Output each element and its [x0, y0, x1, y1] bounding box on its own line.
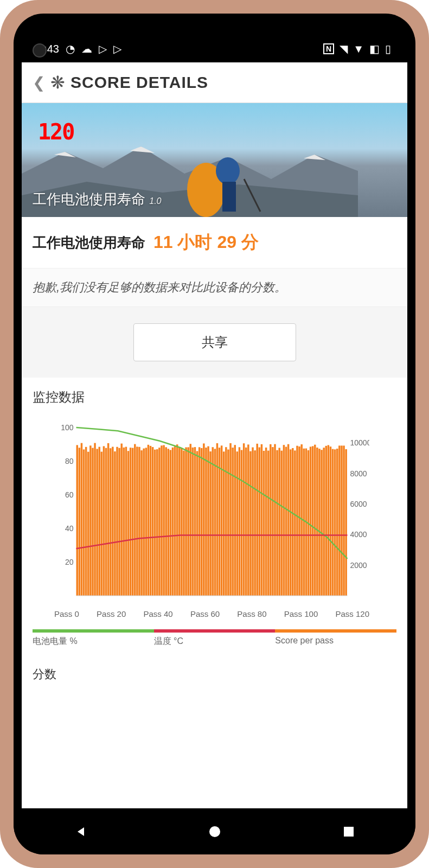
- result-label: 工作电池使用寿命: [33, 233, 145, 252]
- svg-rect-135: [334, 449, 336, 596]
- svg-rect-95: [245, 448, 247, 596]
- svg-rect-22: [83, 449, 85, 596]
- legend-item: 温度 °C: [154, 629, 276, 647]
- svg-rect-7: [222, 182, 236, 212]
- app-logo-icon: ❋: [50, 72, 65, 93]
- svg-text:60: 60: [65, 490, 74, 499]
- svg-rect-87: [227, 450, 229, 596]
- svg-rect-53: [152, 447, 153, 596]
- share-button[interactable]: 共享: [133, 323, 296, 361]
- svg-text:80: 80: [65, 457, 74, 465]
- svg-rect-97: [249, 451, 251, 596]
- svg-point-142: [209, 826, 220, 837]
- back-icon[interactable]: ❮: [33, 74, 45, 92]
- svg-rect-93: [241, 450, 242, 596]
- svg-point-6: [216, 157, 240, 184]
- svg-rect-46: [136, 446, 138, 596]
- chart-legend: 电池电量 %温度 °CScore per pass: [33, 629, 396, 647]
- monitoring-title: 监控数据: [22, 378, 407, 417]
- wifi-icon: ▼: [353, 43, 364, 55]
- hero-title-text: 工作电池使用寿命: [33, 191, 145, 207]
- svg-rect-36: [114, 451, 116, 596]
- svg-rect-109: [276, 450, 278, 596]
- svg-rect-88: [229, 443, 231, 596]
- svg-rect-92: [239, 447, 240, 596]
- svg-rect-138: [341, 445, 342, 596]
- svg-rect-124: [310, 446, 311, 596]
- result-value: 11 小时 29 分: [153, 231, 259, 254]
- svg-rect-60: [168, 449, 169, 596]
- svg-rect-133: [330, 446, 331, 596]
- svg-rect-37: [116, 447, 118, 596]
- svg-rect-43: [130, 448, 131, 596]
- legend-item: Score per pass: [275, 629, 396, 647]
- svg-rect-67: [183, 451, 184, 596]
- svg-rect-45: [134, 444, 136, 596]
- svg-text:10000: 10000: [350, 438, 370, 447]
- svg-rect-98: [252, 448, 253, 596]
- nfc-icon: N: [323, 43, 334, 54]
- svg-rect-90: [234, 445, 235, 596]
- svg-rect-103: [263, 451, 265, 596]
- svg-rect-24: [87, 452, 89, 596]
- nav-home-button[interactable]: [207, 824, 223, 840]
- svg-rect-108: [274, 444, 276, 596]
- svg-rect-105: [267, 451, 269, 596]
- svg-rect-134: [332, 449, 334, 596]
- hero-version: 1.0: [149, 196, 161, 206]
- svg-rect-27: [94, 443, 95, 596]
- svg-text:2000: 2000: [350, 561, 367, 570]
- svg-rect-127: [316, 448, 318, 596]
- svg-rect-106: [270, 444, 271, 596]
- scores-section-title: 分数: [22, 658, 407, 685]
- svg-rect-41: [125, 447, 127, 596]
- svg-rect-32: [105, 448, 107, 596]
- svg-rect-136: [336, 449, 338, 596]
- hero-title: 工作电池使用寿命 1.0: [33, 190, 161, 209]
- svg-text:4000: 4000: [350, 530, 367, 539]
- nav-recent-button[interactable]: [341, 824, 357, 840]
- play-icon: ▷: [99, 42, 107, 55]
- cloud-icon: ☁: [81, 42, 92, 55]
- svg-rect-81: [214, 449, 216, 596]
- svg-rect-130: [323, 448, 324, 596]
- chart-container: 20406080100 200040006000800010000 Pass 0…: [22, 417, 407, 658]
- svg-rect-42: [127, 451, 129, 596]
- svg-rect-39: [120, 444, 122, 596]
- monitoring-chart: 20406080100 200040006000800010000: [54, 422, 369, 607]
- svg-rect-85: [223, 451, 225, 596]
- svg-rect-35: [112, 447, 113, 596]
- svg-rect-59: [165, 447, 167, 596]
- play-icon-2: ▷: [113, 42, 121, 55]
- svg-rect-68: [185, 448, 187, 596]
- legend-item: 电池电量 %: [33, 629, 154, 647]
- svg-rect-140: [345, 449, 347, 596]
- svg-rect-71: [192, 448, 194, 596]
- svg-rect-40: [123, 448, 125, 596]
- no-sim-icon: ◧: [369, 42, 380, 55]
- svg-rect-69: [187, 447, 189, 596]
- svg-rect-29: [98, 447, 100, 596]
- timer-icon: ◔: [66, 42, 75, 55]
- svg-rect-57: [161, 445, 162, 596]
- svg-rect-74: [199, 447, 200, 596]
- phone-bezel: 9:43 ◔ ☁ ▷ ▷ N ◥ ▼ ◧ ▯ 120 ❮ ❋ SCORE: [14, 14, 415, 854]
- svg-rect-52: [150, 446, 151, 596]
- svg-rect-76: [203, 443, 204, 596]
- svg-rect-131: [325, 446, 327, 596]
- chart-x-ticks: Pass 0Pass 20Pass 40Pass 60Pass 80Pass 1…: [54, 609, 369, 618]
- page-title: SCORE DETAILS: [71, 73, 208, 92]
- svg-rect-77: [205, 448, 207, 596]
- svg-rect-72: [194, 447, 196, 596]
- svg-text:20: 20: [65, 558, 74, 566]
- share-section: 共享: [22, 307, 407, 378]
- svg-rect-73: [196, 451, 198, 596]
- nav-back-button[interactable]: [73, 824, 89, 840]
- svg-rect-115: [290, 449, 291, 596]
- hero-banner: 工作电池使用寿命 1.0: [22, 103, 407, 217]
- svg-rect-96: [247, 444, 249, 596]
- svg-rect-83: [219, 448, 220, 596]
- svg-rect-126: [314, 445, 316, 596]
- svg-rect-114: [287, 444, 289, 596]
- svg-rect-143: [344, 827, 354, 837]
